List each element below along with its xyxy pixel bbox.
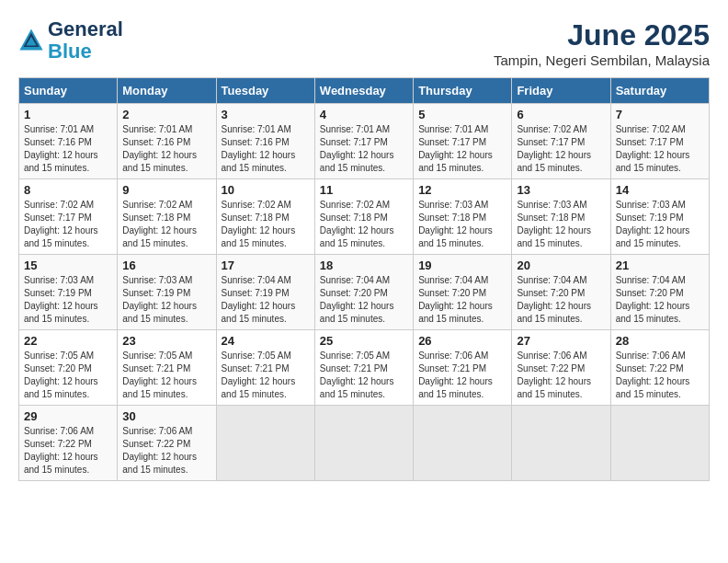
sunrise-label: Sunrise: 7:04 AM: [320, 275, 390, 285]
calendar-cell: 11 Sunrise: 7:02 AM Sunset: 7:18 PM Dayl…: [314, 179, 413, 255]
daylight-label: Daylight: 12 hours and 15 minutes.: [517, 376, 591, 399]
sunset-label: Sunset: 7:22 PM: [517, 363, 585, 373]
day-number: 13: [517, 183, 605, 197]
day-info: Sunrise: 7:06 AM Sunset: 7:22 PM Dayligh…: [24, 425, 112, 477]
calendar-cell: 17 Sunrise: 7:04 AM Sunset: 7:19 PM Dayl…: [216, 255, 314, 330]
header-day-friday: Friday: [512, 78, 610, 104]
day-number: 7: [616, 108, 704, 121]
calendar-cell: 9 Sunrise: 7:02 AM Sunset: 7:18 PM Dayli…: [118, 179, 216, 255]
logo-text: GeneralBlue: [48, 18, 123, 63]
calendar-cell: 3 Sunrise: 7:01 AM Sunset: 7:16 PM Dayli…: [216, 104, 314, 179]
day-info: Sunrise: 7:06 AM Sunset: 7:22 PM Dayligh…: [517, 350, 605, 401]
day-number: 12: [418, 183, 506, 197]
calendar-week-5: 29 Sunrise: 7:06 AM Sunset: 7:22 PM Dayl…: [19, 406, 710, 481]
day-info: Sunrise: 7:02 AM Sunset: 7:18 PM Dayligh…: [320, 199, 408, 250]
sunrise-label: Sunrise: 7:02 AM: [122, 200, 192, 210]
sunrise-label: Sunrise: 7:05 AM: [24, 350, 94, 361]
daylight-label: Daylight: 12 hours and 15 minutes.: [122, 452, 197, 475]
daylight-label: Daylight: 12 hours and 15 minutes.: [320, 376, 394, 399]
sunset-label: Sunset: 7:16 PM: [222, 137, 290, 147]
sunset-label: Sunset: 7:22 PM: [122, 439, 190, 449]
day-number: 9: [122, 183, 210, 197]
day-number: 8: [24, 183, 112, 197]
sunrise-label: Sunrise: 7:03 AM: [418, 200, 488, 210]
header-day-saturday: Saturday: [610, 78, 709, 104]
daylight-label: Daylight: 12 hours and 15 minutes.: [222, 301, 296, 324]
sunset-label: Sunset: 7:20 PM: [24, 363, 92, 373]
daylight-label: Daylight: 12 hours and 15 minutes.: [616, 376, 690, 399]
sunset-label: Sunset: 7:22 PM: [616, 363, 684, 373]
daylight-label: Daylight: 12 hours and 15 minutes.: [122, 225, 197, 248]
daylight-label: Daylight: 12 hours and 15 minutes.: [222, 376, 296, 399]
day-number: 15: [24, 259, 112, 272]
sunset-label: Sunset: 7:20 PM: [320, 288, 388, 298]
calendar-cell: 4 Sunrise: 7:01 AM Sunset: 7:17 PM Dayli…: [314, 104, 413, 179]
day-number: 27: [517, 334, 605, 348]
sunrise-label: Sunrise: 7:06 AM: [616, 350, 686, 361]
calendar-cell: 27 Sunrise: 7:06 AM Sunset: 7:22 PM Dayl…: [512, 330, 610, 406]
daylight-label: Daylight: 12 hours and 15 minutes.: [122, 301, 197, 324]
sunset-label: Sunset: 7:17 PM: [418, 137, 486, 147]
daylight-label: Daylight: 12 hours and 15 minutes.: [24, 225, 98, 248]
sunrise-label: Sunrise: 7:06 AM: [418, 350, 488, 361]
daylight-label: Daylight: 12 hours and 15 minutes.: [418, 301, 493, 324]
day-number: 22: [24, 334, 112, 348]
day-number: 21: [616, 259, 704, 272]
calendar-cell: 7 Sunrise: 7:02 AM Sunset: 7:17 PM Dayli…: [610, 104, 709, 179]
calendar-cell: 2 Sunrise: 7:01 AM Sunset: 7:16 PM Dayli…: [118, 104, 216, 179]
day-number: 16: [122, 259, 210, 272]
daylight-label: Daylight: 12 hours and 15 minutes.: [418, 376, 493, 399]
day-number: 20: [517, 259, 605, 272]
sunrise-label: Sunrise: 7:06 AM: [24, 426, 94, 436]
daylight-label: Daylight: 12 hours and 15 minutes.: [24, 150, 98, 173]
sunset-label: Sunset: 7:19 PM: [24, 288, 92, 298]
daylight-label: Daylight: 12 hours and 15 minutes.: [517, 301, 591, 324]
day-info: Sunrise: 7:04 AM Sunset: 7:20 PM Dayligh…: [418, 274, 506, 326]
day-info: Sunrise: 7:06 AM Sunset: 7:21 PM Dayligh…: [418, 350, 506, 401]
sunset-label: Sunset: 7:20 PM: [517, 288, 585, 298]
daylight-label: Daylight: 12 hours and 15 minutes.: [418, 150, 493, 173]
daylight-label: Daylight: 12 hours and 15 minutes.: [418, 225, 493, 248]
sunrise-label: Sunrise: 7:04 AM: [517, 275, 586, 285]
sunrise-label: Sunrise: 7:05 AM: [122, 350, 192, 361]
sunrise-label: Sunrise: 7:01 AM: [24, 124, 94, 134]
day-number: 4: [320, 108, 408, 121]
sunrise-label: Sunrise: 7:06 AM: [517, 350, 586, 361]
sunrise-label: Sunrise: 7:01 AM: [320, 124, 390, 134]
sunset-label: Sunset: 7:20 PM: [616, 288, 684, 298]
sunset-label: Sunset: 7:21 PM: [418, 363, 486, 373]
day-number: 30: [122, 409, 210, 423]
day-info: Sunrise: 7:03 AM Sunset: 7:19 PM Dayligh…: [616, 199, 704, 250]
calendar-cell: [610, 406, 709, 481]
calendar-week-1: 1 Sunrise: 7:01 AM Sunset: 7:16 PM Dayli…: [19, 104, 710, 179]
day-info: Sunrise: 7:05 AM Sunset: 7:21 PM Dayligh…: [222, 350, 310, 401]
header-day-monday: Monday: [118, 78, 216, 104]
sunset-label: Sunset: 7:20 PM: [418, 288, 486, 298]
daylight-label: Daylight: 12 hours and 15 minutes.: [517, 150, 591, 173]
day-number: 24: [222, 334, 310, 348]
sunrise-label: Sunrise: 7:03 AM: [517, 200, 586, 210]
day-number: 17: [222, 259, 310, 272]
calendar-cell: 29 Sunrise: 7:06 AM Sunset: 7:22 PM Dayl…: [19, 406, 118, 481]
sunrise-label: Sunrise: 7:02 AM: [616, 124, 686, 134]
sunrise-label: Sunrise: 7:05 AM: [222, 350, 291, 361]
day-info: Sunrise: 7:03 AM Sunset: 7:18 PM Dayligh…: [418, 199, 506, 250]
daylight-label: Daylight: 12 hours and 15 minutes.: [616, 301, 690, 324]
sunset-label: Sunset: 7:18 PM: [320, 213, 388, 223]
day-info: Sunrise: 7:06 AM Sunset: 7:22 PM Dayligh…: [616, 350, 704, 401]
sunset-label: Sunset: 7:21 PM: [320, 363, 388, 373]
sunset-label: Sunset: 7:19 PM: [222, 288, 290, 298]
daylight-label: Daylight: 12 hours and 15 minutes.: [616, 225, 690, 248]
sunset-label: Sunset: 7:22 PM: [24, 439, 92, 449]
daylight-label: Daylight: 12 hours and 15 minutes.: [222, 225, 296, 248]
day-info: Sunrise: 7:04 AM Sunset: 7:20 PM Dayligh…: [517, 274, 605, 326]
day-info: Sunrise: 7:02 AM Sunset: 7:17 PM Dayligh…: [616, 123, 704, 175]
daylight-label: Daylight: 12 hours and 15 minutes.: [320, 301, 394, 324]
sunrise-label: Sunrise: 7:02 AM: [222, 200, 291, 210]
calendar-cell: 13 Sunrise: 7:03 AM Sunset: 7:18 PM Dayl…: [512, 179, 610, 255]
sunrise-label: Sunrise: 7:04 AM: [222, 275, 291, 285]
sunset-label: Sunset: 7:17 PM: [320, 137, 388, 147]
calendar-cell: 12 Sunrise: 7:03 AM Sunset: 7:18 PM Dayl…: [414, 179, 512, 255]
day-info: Sunrise: 7:01 AM Sunset: 7:16 PM Dayligh…: [122, 123, 210, 175]
daylight-label: Daylight: 12 hours and 15 minutes.: [320, 225, 394, 248]
